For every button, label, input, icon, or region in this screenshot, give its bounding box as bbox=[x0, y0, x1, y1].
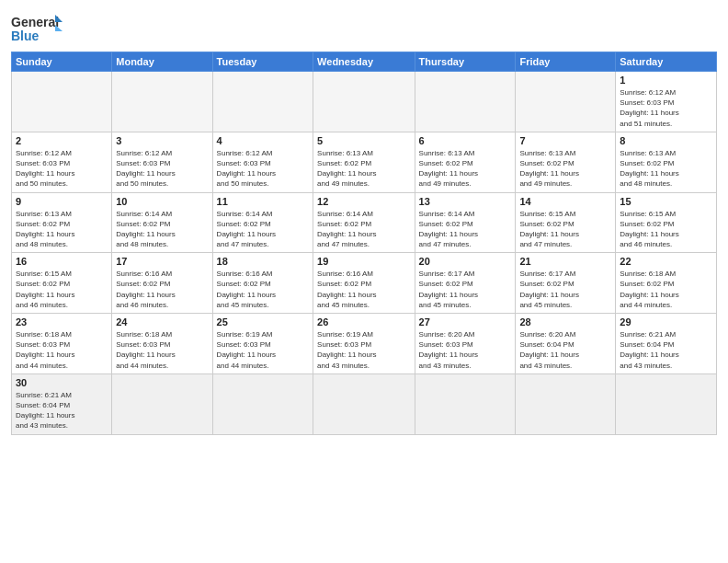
day-info: Sunrise: 6:15 AM Sunset: 6:02 PM Dayligh… bbox=[519, 209, 611, 250]
day-number: 3 bbox=[116, 135, 208, 146]
day-info: Sunrise: 6:13 AM Sunset: 6:02 PM Dayligh… bbox=[16, 209, 108, 250]
day-number: 18 bbox=[217, 256, 309, 267]
day-number: 20 bbox=[419, 256, 512, 267]
day-info: Sunrise: 6:21 AM Sunset: 6:04 PM Dayligh… bbox=[16, 390, 108, 431]
calendar-week-5: 23Sunrise: 6:18 AM Sunset: 6:03 PM Dayli… bbox=[12, 314, 717, 374]
calendar-cell: 21Sunrise: 6:17 AM Sunset: 6:02 PM Dayli… bbox=[516, 253, 616, 314]
calendar-cell: 26Sunrise: 6:19 AM Sunset: 6:03 PM Dayli… bbox=[313, 314, 415, 374]
calendar-cell bbox=[415, 72, 516, 132]
day-info: Sunrise: 6:18 AM Sunset: 6:03 PM Dayligh… bbox=[116, 329, 208, 371]
day-number: 27 bbox=[419, 316, 512, 327]
day-info: Sunrise: 6:18 AM Sunset: 6:03 PM Dayligh… bbox=[16, 329, 108, 371]
day-number: 25 bbox=[217, 316, 309, 327]
calendar-week-1: 1Sunrise: 6:12 AM Sunset: 6:03 PM Daylig… bbox=[12, 72, 717, 132]
calendar-week-2: 2Sunrise: 6:12 AM Sunset: 6:03 PM Daylig… bbox=[12, 132, 717, 192]
calendar-cell bbox=[12, 72, 112, 132]
calendar-cell: 13Sunrise: 6:14 AM Sunset: 6:02 PM Dayli… bbox=[415, 192, 516, 253]
day-info: Sunrise: 6:12 AM Sunset: 6:03 PM Dayligh… bbox=[16, 148, 108, 190]
day-number: 15 bbox=[620, 196, 712, 207]
day-info: Sunrise: 6:12 AM Sunset: 6:03 PM Dayligh… bbox=[620, 87, 712, 129]
calendar-cell bbox=[415, 373, 516, 434]
day-info: Sunrise: 6:13 AM Sunset: 6:02 PM Dayligh… bbox=[419, 148, 512, 190]
col-header-wednesday: Wednesday bbox=[313, 52, 415, 72]
calendar-cell bbox=[313, 373, 415, 434]
calendar-cell bbox=[212, 72, 313, 132]
logo-svg: GeneralBlue bbox=[11, 13, 66, 46]
day-info: Sunrise: 6:16 AM Sunset: 6:02 PM Dayligh… bbox=[116, 269, 208, 310]
calendar-cell: 24Sunrise: 6:18 AM Sunset: 6:03 PM Dayli… bbox=[112, 314, 212, 374]
calendar-cell: 7Sunrise: 6:13 AM Sunset: 6:02 PM Daylig… bbox=[516, 132, 616, 192]
calendar-cell: 30Sunrise: 6:21 AM Sunset: 6:04 PM Dayli… bbox=[12, 373, 112, 434]
day-number: 13 bbox=[419, 196, 512, 207]
calendar-cell: 20Sunrise: 6:17 AM Sunset: 6:02 PM Dayli… bbox=[415, 253, 516, 314]
day-info: Sunrise: 6:19 AM Sunset: 6:03 PM Dayligh… bbox=[317, 329, 410, 371]
calendar-cell: 6Sunrise: 6:13 AM Sunset: 6:02 PM Daylig… bbox=[415, 132, 516, 192]
day-info: Sunrise: 6:13 AM Sunset: 6:02 PM Dayligh… bbox=[620, 148, 712, 190]
day-number: 10 bbox=[116, 196, 208, 207]
calendar-cell: 4Sunrise: 6:12 AM Sunset: 6:03 PM Daylig… bbox=[212, 132, 313, 192]
calendar-week-4: 16Sunrise: 6:15 AM Sunset: 6:02 PM Dayli… bbox=[12, 253, 717, 314]
calendar-cell: 28Sunrise: 6:20 AM Sunset: 6:04 PM Dayli… bbox=[516, 314, 616, 374]
calendar-cell: 27Sunrise: 6:20 AM Sunset: 6:03 PM Dayli… bbox=[415, 314, 516, 374]
calendar-cell: 9Sunrise: 6:13 AM Sunset: 6:02 PM Daylig… bbox=[12, 192, 112, 253]
calendar-cell: 15Sunrise: 6:15 AM Sunset: 6:02 PM Dayli… bbox=[616, 192, 717, 253]
calendar-cell: 17Sunrise: 6:16 AM Sunset: 6:02 PM Dayli… bbox=[112, 253, 212, 314]
day-number: 22 bbox=[620, 256, 712, 267]
day-number: 19 bbox=[317, 256, 410, 267]
calendar-cell: 29Sunrise: 6:21 AM Sunset: 6:04 PM Dayli… bbox=[616, 314, 717, 374]
col-header-saturday: Saturday bbox=[616, 52, 717, 72]
day-info: Sunrise: 6:13 AM Sunset: 6:02 PM Dayligh… bbox=[317, 148, 410, 190]
day-number: 11 bbox=[217, 196, 309, 207]
calendar-cell: 22Sunrise: 6:18 AM Sunset: 6:02 PM Dayli… bbox=[616, 253, 717, 314]
calendar-cell bbox=[112, 373, 212, 434]
day-info: Sunrise: 6:13 AM Sunset: 6:02 PM Dayligh… bbox=[519, 148, 611, 190]
day-info: Sunrise: 6:14 AM Sunset: 6:02 PM Dayligh… bbox=[317, 209, 410, 250]
day-number: 24 bbox=[116, 316, 208, 327]
day-info: Sunrise: 6:18 AM Sunset: 6:02 PM Dayligh… bbox=[620, 269, 712, 310]
calendar-cell: 12Sunrise: 6:14 AM Sunset: 6:02 PM Dayli… bbox=[313, 192, 415, 253]
day-number: 23 bbox=[16, 316, 108, 327]
calendar-cell bbox=[112, 72, 212, 132]
day-info: Sunrise: 6:14 AM Sunset: 6:02 PM Dayligh… bbox=[116, 209, 208, 250]
calendar-cell: 14Sunrise: 6:15 AM Sunset: 6:02 PM Dayli… bbox=[516, 192, 616, 253]
day-info: Sunrise: 6:16 AM Sunset: 6:02 PM Dayligh… bbox=[217, 269, 309, 310]
day-info: Sunrise: 6:15 AM Sunset: 6:02 PM Dayligh… bbox=[620, 209, 712, 250]
day-number: 8 bbox=[620, 135, 712, 146]
calendar-cell bbox=[516, 373, 616, 434]
page: GeneralBlue SundayMondayTuesdayWednesday… bbox=[0, 0, 728, 563]
day-info: Sunrise: 6:12 AM Sunset: 6:03 PM Dayligh… bbox=[116, 148, 208, 190]
calendar-cell: 5Sunrise: 6:13 AM Sunset: 6:02 PM Daylig… bbox=[313, 132, 415, 192]
calendar-week-6: 30Sunrise: 6:21 AM Sunset: 6:04 PM Dayli… bbox=[12, 373, 717, 434]
svg-text:General: General bbox=[11, 15, 59, 29]
col-header-thursday: Thursday bbox=[415, 52, 516, 72]
calendar-cell bbox=[616, 373, 717, 434]
day-info: Sunrise: 6:12 AM Sunset: 6:03 PM Dayligh… bbox=[217, 148, 309, 190]
calendar-cell bbox=[212, 373, 313, 434]
day-info: Sunrise: 6:15 AM Sunset: 6:02 PM Dayligh… bbox=[16, 269, 108, 310]
col-header-sunday: Sunday bbox=[12, 52, 112, 72]
day-number: 5 bbox=[317, 135, 410, 146]
day-info: Sunrise: 6:20 AM Sunset: 6:03 PM Dayligh… bbox=[419, 329, 512, 371]
calendar-cell: 11Sunrise: 6:14 AM Sunset: 6:02 PM Dayli… bbox=[212, 192, 313, 253]
calendar-cell: 18Sunrise: 6:16 AM Sunset: 6:02 PM Dayli… bbox=[212, 253, 313, 314]
calendar-cell: 25Sunrise: 6:19 AM Sunset: 6:03 PM Dayli… bbox=[212, 314, 313, 374]
day-number: 12 bbox=[317, 196, 410, 207]
day-number: 9 bbox=[16, 196, 108, 207]
day-number: 14 bbox=[519, 196, 611, 207]
calendar-cell: 23Sunrise: 6:18 AM Sunset: 6:03 PM Dayli… bbox=[12, 314, 112, 374]
day-info: Sunrise: 6:17 AM Sunset: 6:02 PM Dayligh… bbox=[419, 269, 512, 310]
day-number: 26 bbox=[317, 316, 410, 327]
calendar: SundayMondayTuesdayWednesdayThursdayFrid… bbox=[11, 52, 717, 435]
day-info: Sunrise: 6:14 AM Sunset: 6:02 PM Dayligh… bbox=[217, 209, 309, 250]
day-number: 29 bbox=[620, 316, 712, 327]
day-info: Sunrise: 6:21 AM Sunset: 6:04 PM Dayligh… bbox=[620, 329, 712, 371]
day-info: Sunrise: 6:17 AM Sunset: 6:02 PM Dayligh… bbox=[519, 269, 611, 310]
day-info: Sunrise: 6:19 AM Sunset: 6:03 PM Dayligh… bbox=[217, 329, 309, 371]
calendar-cell bbox=[313, 72, 415, 132]
col-header-monday: Monday bbox=[112, 52, 212, 72]
calendar-week-3: 9Sunrise: 6:13 AM Sunset: 6:02 PM Daylig… bbox=[12, 192, 717, 253]
day-number: 30 bbox=[16, 377, 108, 388]
calendar-cell: 16Sunrise: 6:15 AM Sunset: 6:02 PM Dayli… bbox=[12, 253, 112, 314]
day-info: Sunrise: 6:14 AM Sunset: 6:02 PM Dayligh… bbox=[419, 209, 512, 250]
day-info: Sunrise: 6:16 AM Sunset: 6:02 PM Dayligh… bbox=[317, 269, 410, 310]
